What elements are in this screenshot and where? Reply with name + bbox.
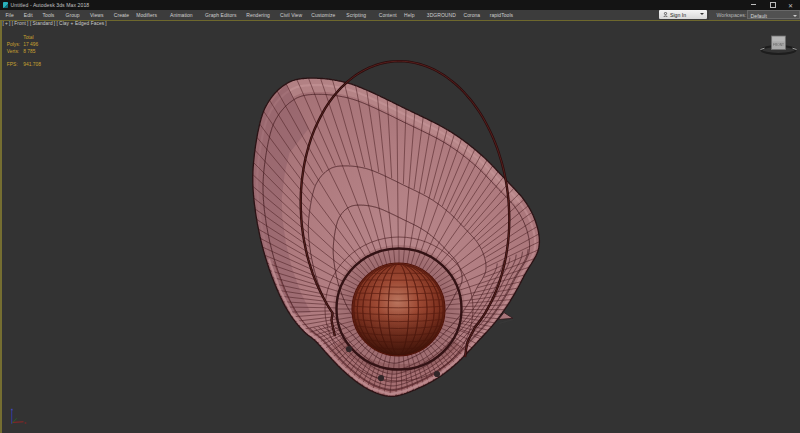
svg-text:FRONT: FRONT	[773, 43, 784, 47]
